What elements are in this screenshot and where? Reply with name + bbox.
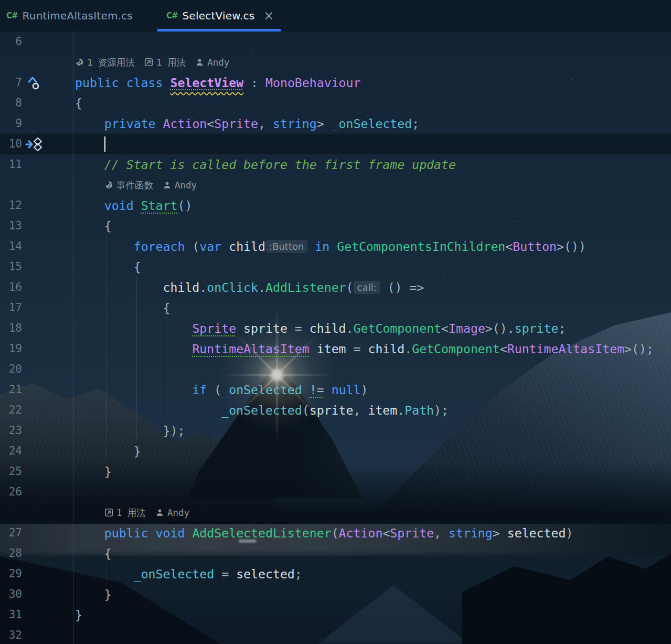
code-text: RuntimeAltasItem item = child.GetCompone… bbox=[75, 339, 654, 359]
author-icon bbox=[155, 508, 164, 517]
code-line[interactable]: 15 { bbox=[0, 257, 671, 277]
code-lens-row: 1 用法 Andy bbox=[104, 502, 189, 523]
ide-window: C# RuntimeAltasItem.cs C# SelectView.cs … bbox=[0, 0, 671, 644]
code-line[interactable]: 18 Sprite sprite = child.GetComponent<Im… bbox=[0, 318, 671, 339]
code-line[interactable]: 30 } bbox=[0, 584, 671, 605]
code-lens-unity[interactable]: 1 资源用法 bbox=[75, 56, 135, 69]
line-number: 23 bbox=[0, 420, 22, 441]
code-line[interactable]: 31} bbox=[0, 605, 671, 625]
code-text: foreach (var child:Button in GetComponen… bbox=[75, 236, 586, 257]
code-lens-usages[interactable]: 1 用法 bbox=[144, 56, 186, 69]
line-number: 31 bbox=[0, 605, 22, 625]
line-number: 8 bbox=[0, 93, 22, 113]
code-text: { bbox=[75, 298, 170, 318]
line-number: 29 bbox=[0, 564, 22, 584]
code-line[interactable]: 28 { bbox=[0, 543, 671, 564]
active-tab-underline bbox=[157, 29, 281, 31]
inlay-hint: call: bbox=[354, 281, 380, 294]
line-number: 22 bbox=[0, 400, 22, 420]
code-line[interactable]: 14 foreach (var child:Button in GetCompo… bbox=[0, 236, 671, 257]
code-line[interactable]: 10 bbox=[0, 134, 671, 154]
author-icon bbox=[195, 58, 204, 67]
code-lens-row: 事件函数 Andy bbox=[104, 175, 197, 195]
code-line[interactable]: 7 public class SelectView : MonoBehaviou… bbox=[0, 72, 671, 93]
tab-runtimealtasitem[interactable]: C# RuntimeAltasItem.cs bbox=[0, 0, 140, 31]
code-line[interactable]: 27 public void AddSelectedListener(Actio… bbox=[0, 523, 671, 543]
line-number: 20 bbox=[0, 359, 22, 379]
code-lens-person[interactable]: Andy bbox=[155, 508, 189, 518]
tab-label: SelectView.cs bbox=[183, 9, 255, 22]
line-number: 16 bbox=[0, 277, 22, 298]
caret-nav-marker-icon bbox=[25, 137, 45, 152]
code-line[interactable]: 17 { bbox=[0, 298, 671, 318]
override-marker[interactable] bbox=[25, 72, 43, 93]
csharp-file-icon: C# bbox=[6, 11, 18, 20]
line-number: 17 bbox=[0, 298, 22, 318]
author-icon bbox=[163, 181, 172, 189]
code-lens-row: 1 资源用法 1 用法 Andy bbox=[75, 52, 229, 72]
usages-icon bbox=[144, 58, 153, 67]
code-text bbox=[75, 134, 105, 154]
code-text: } bbox=[75, 461, 112, 482]
code-line[interactable]: 12 void Start() bbox=[0, 195, 671, 216]
code-line[interactable]: 32 bbox=[0, 625, 671, 644]
code-line[interactable]: 13 { bbox=[0, 216, 671, 236]
code-line[interactable]: 8{ bbox=[0, 93, 671, 113]
line-number: 24 bbox=[0, 441, 22, 461]
code-lens-person[interactable]: Andy bbox=[195, 57, 229, 68]
code-editor[interactable]: 67 public class SelectView : MonoBehavio… bbox=[0, 31, 671, 644]
code-text: _onSelected = selected; bbox=[75, 564, 302, 584]
code-line[interactable]: 23 }); bbox=[0, 420, 671, 441]
code-line[interactable]: 26 bbox=[0, 482, 671, 502]
code-text: { bbox=[75, 543, 112, 564]
line-number: 19 bbox=[0, 339, 22, 359]
code-lens-unity[interactable]: 事件函数 bbox=[104, 179, 153, 192]
inherited-marker-icon bbox=[25, 75, 43, 91]
line-number: 25 bbox=[0, 461, 22, 482]
editor-tab-bar: C# RuntimeAltasItem.cs C# SelectView.cs … bbox=[0, 0, 671, 31]
code-line[interactable]: 24 } bbox=[0, 441, 671, 461]
line-number: 10 bbox=[0, 134, 22, 154]
code-text: void Start() bbox=[75, 195, 192, 216]
caret-nav-marker[interactable] bbox=[25, 134, 45, 154]
code-lens-label: 1 资源用法 bbox=[87, 56, 135, 69]
code-line[interactable]: 21 if (_onSelected != null) bbox=[0, 379, 671, 400]
code-line[interactable]: 16 child.onClick.AddListener(call: () => bbox=[0, 277, 671, 298]
code-line[interactable]: 6 bbox=[0, 31, 671, 52]
code-text: { bbox=[75, 216, 112, 236]
code-line[interactable]: 9 private Action<Sprite, string> _onSele… bbox=[0, 113, 671, 134]
line-number: 26 bbox=[0, 482, 22, 502]
code-text: } bbox=[75, 605, 82, 625]
code-lens-usages[interactable]: 1 用法 bbox=[104, 506, 146, 519]
close-icon[interactable]: × bbox=[263, 10, 274, 21]
inlay-hint: :Button bbox=[265, 240, 307, 253]
code-line[interactable]: 11 // Start is called before the first f… bbox=[0, 154, 671, 175]
line-number: 21 bbox=[0, 379, 22, 400]
code-line[interactable]: 20 bbox=[0, 359, 671, 379]
code-line[interactable]: 29 _onSelected = selected; bbox=[0, 564, 671, 584]
code-line[interactable]: 19 RuntimeAltasItem item = child.GetComp… bbox=[0, 339, 671, 359]
code-text: } bbox=[75, 584, 112, 605]
line-number: 27 bbox=[0, 523, 22, 543]
code-lens-label: 1 用法 bbox=[116, 506, 146, 519]
line-number: 11 bbox=[0, 154, 22, 175]
code-lens-label: Andy bbox=[175, 180, 197, 191]
line-number: 15 bbox=[0, 257, 22, 277]
code-text: public void AddSelectedListener(Action<S… bbox=[75, 523, 573, 543]
unity-usage-icon bbox=[75, 58, 84, 67]
line-number: 7 bbox=[0, 72, 22, 93]
csharp-file-icon: C# bbox=[166, 11, 178, 20]
line-number: 28 bbox=[0, 543, 22, 564]
code-text: { bbox=[75, 93, 82, 113]
code-line[interactable]: 25 } bbox=[0, 461, 671, 482]
code-lens-person[interactable]: Andy bbox=[163, 180, 197, 191]
line-number: 32 bbox=[0, 625, 22, 644]
code-text: if (_onSelected != null) bbox=[75, 379, 368, 400]
code-text: Sprite sprite = child.GetComponent<Image… bbox=[75, 318, 566, 339]
usages-icon bbox=[104, 508, 113, 517]
code-line[interactable]: 22 _onSelected(sprite, item.Path); bbox=[0, 400, 671, 420]
tab-selectview[interactable]: C# SelectView.cs × bbox=[157, 0, 281, 31]
line-number: 18 bbox=[0, 318, 22, 339]
text-caret bbox=[104, 136, 106, 152]
code-lens-label: 1 用法 bbox=[156, 56, 186, 69]
